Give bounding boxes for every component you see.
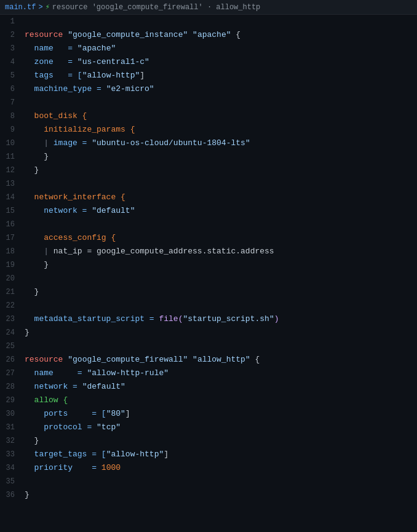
- line-content: boot_disk {: [22, 109, 417, 123]
- line-content: }: [22, 326, 417, 339]
- line-number: 20: [0, 272, 22, 285]
- line-number: 18: [0, 245, 22, 258]
- line-content: }: [22, 150, 417, 164]
- line-number: 28: [0, 380, 22, 394]
- line-content: [22, 96, 417, 109]
- breadcrumb-path: main.tf: [5, 3, 36, 12]
- line-number: 15: [0, 204, 22, 218]
- line-number: 21: [0, 285, 22, 299]
- code-line: 12 }: [0, 164, 417, 177]
- code-line: 29 allow {: [0, 394, 417, 407]
- line-content: }: [22, 258, 417, 272]
- line-content: priority = 1000: [22, 461, 417, 475]
- line-number: 23: [0, 312, 22, 326]
- code-line: 11 }: [0, 150, 417, 164]
- line-content: [22, 339, 417, 353]
- code-line: 20: [0, 272, 417, 285]
- line-number: 3: [0, 42, 22, 55]
- code-line: 28 network = "default": [0, 380, 417, 394]
- code-line: 1: [0, 15, 417, 28]
- line-number: 36: [0, 488, 22, 502]
- line-content: [22, 272, 417, 285]
- line-content: name = "allow-http-rule": [22, 367, 417, 380]
- line-number: 14: [0, 191, 22, 204]
- line-number: 31: [0, 421, 22, 434]
- code-line: 23 metadata_startup_script = file("start…: [0, 312, 417, 326]
- line-content: tags = ["allow-http"]: [22, 69, 417, 82]
- code-line: 36}: [0, 488, 417, 502]
- code-line: 33 target_tags = ["allow-http"]: [0, 448, 417, 461]
- line-number: 11: [0, 150, 22, 164]
- line-content: metadata_startup_script = file("startup_…: [22, 312, 417, 326]
- line-number: 22: [0, 299, 22, 312]
- code-line: 25: [0, 339, 417, 353]
- code-line: 19 }: [0, 258, 417, 272]
- code-line: 26resource "google_compute_firewall" "al…: [0, 353, 417, 367]
- line-number: 32: [0, 434, 22, 448]
- line-number: 9: [0, 123, 22, 137]
- line-number: 33: [0, 448, 22, 461]
- code-line: 16: [0, 218, 417, 231]
- code-line: 18 | nat_ip = google_compute_address.sta…: [0, 245, 417, 258]
- line-content: network = "default": [22, 380, 417, 394]
- line-number: 26: [0, 353, 22, 367]
- line-content: [22, 177, 417, 191]
- code-line: 10 | image = "ubuntu-os-cloud/ubuntu-180…: [0, 137, 417, 150]
- line-number: 12: [0, 164, 22, 177]
- line-number: 34: [0, 461, 22, 475]
- breadcrumb-icon: ⚡: [46, 2, 50, 12]
- line-content: allow {: [22, 394, 417, 407]
- code-line: 22: [0, 299, 417, 312]
- code-line: 14 network_interface {: [0, 191, 417, 204]
- code-line: 7: [0, 96, 417, 109]
- code-line: 32 }: [0, 434, 417, 448]
- line-number: 30: [0, 407, 22, 421]
- code-line: 4 zone = "us-central1-c": [0, 55, 417, 69]
- line-content: [22, 475, 417, 488]
- code-line: 9 initialize_params {: [0, 123, 417, 137]
- breadcrumb-separator: >: [38, 3, 42, 12]
- line-content: network_interface {: [22, 191, 417, 204]
- line-content: [22, 15, 417, 28]
- code-line: 15 network = "default": [0, 204, 417, 218]
- code-line: 5 tags = ["allow-http"]: [0, 69, 417, 82]
- breadcrumb: main.tf > ⚡ resource 'google_compute_fir…: [0, 0, 417, 15]
- line-number: 2: [0, 28, 22, 42]
- line-number: 4: [0, 55, 22, 69]
- line-content: protocol = "tcp": [22, 421, 417, 434]
- line-content: resource "google_compute_instance" "apac…: [22, 28, 417, 42]
- line-number: 13: [0, 177, 22, 191]
- line-content: network = "default": [22, 204, 417, 218]
- line-content: name = "apache": [22, 42, 417, 55]
- line-number: 8: [0, 109, 22, 123]
- line-number: 24: [0, 326, 22, 339]
- code-line: 17 access_config {: [0, 231, 417, 245]
- line-content: initialize_params {: [22, 123, 417, 137]
- line-number: 5: [0, 69, 22, 82]
- line-number: 10: [0, 137, 22, 150]
- line-content: ports = ["80"]: [22, 407, 417, 421]
- line-content: [22, 218, 417, 231]
- code-line: 31 protocol = "tcp": [0, 421, 417, 434]
- line-number: 19: [0, 258, 22, 272]
- line-content: machine_type = "e2-micro": [22, 82, 417, 96]
- line-number: 35: [0, 475, 22, 488]
- line-content: }: [22, 285, 417, 299]
- code-line: 8 boot_disk {: [0, 109, 417, 123]
- line-number: 25: [0, 339, 22, 353]
- line-content: resource "google_compute_firewall" "allo…: [22, 353, 417, 367]
- code-line: 35: [0, 475, 417, 488]
- line-content: | nat_ip = google_compute_address.static…: [22, 245, 417, 258]
- line-number: 16: [0, 218, 22, 231]
- line-number: 29: [0, 394, 22, 407]
- line-content: }: [22, 488, 417, 502]
- code-line: 27 name = "allow-http-rule": [0, 367, 417, 380]
- line-content: target_tags = ["allow-http"]: [22, 448, 417, 461]
- line-content: }: [22, 164, 417, 177]
- code-line: 24}: [0, 326, 417, 339]
- line-content: access_config {: [22, 231, 417, 245]
- code-line: 2resource "google_compute_instance" "apa…: [0, 28, 417, 42]
- line-number: 1: [0, 15, 22, 28]
- line-number: 6: [0, 82, 22, 96]
- breadcrumb-anchor: resource 'google_compute_firewall' · all…: [52, 3, 260, 12]
